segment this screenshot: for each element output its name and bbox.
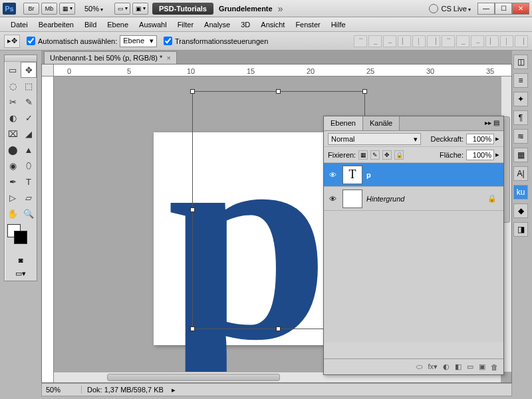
tool-brush[interactable]: ✓ bbox=[21, 110, 37, 126]
bridge-button[interactable]: Br bbox=[23, 3, 39, 15]
lock-transparency[interactable]: ▦ bbox=[358, 150, 368, 160]
zoom-level[interactable]: 50% bbox=[80, 3, 107, 14]
status-zoom[interactable]: 50% bbox=[42, 386, 82, 394]
auto-select-dropdown[interactable]: Ebene bbox=[120, 35, 157, 47]
minimize-button[interactable]: — bbox=[477, 3, 495, 15]
blend-mode-dropdown[interactable]: Normal bbox=[328, 133, 421, 145]
panel-icon-paragraph[interactable]: ¶ bbox=[513, 110, 528, 125]
align-top[interactable]: ⎺ bbox=[354, 35, 367, 47]
transform-controls-checkbox[interactable] bbox=[164, 37, 172, 45]
new-layer-icon[interactable]: ▣ bbox=[479, 362, 485, 371]
menu-filter[interactable]: Filter bbox=[172, 19, 199, 31]
tab-kanaele[interactable]: Kanäle bbox=[363, 116, 400, 130]
tool-marquee[interactable]: ▭ bbox=[5, 62, 21, 78]
panel-icon-swatches[interactable]: ▦ bbox=[513, 148, 528, 162]
ruler-origin[interactable] bbox=[42, 65, 54, 76]
tool-healing[interactable]: ◐ bbox=[5, 110, 21, 126]
tool-hand[interactable]: ✋ bbox=[5, 205, 21, 221]
align-vcenter[interactable]: ⎯ bbox=[368, 35, 382, 47]
workspace-name[interactable]: Grundelemente bbox=[219, 5, 273, 13]
menu-bild[interactable]: Bild bbox=[79, 19, 102, 31]
layer-row[interactable]: 👁 T p bbox=[324, 163, 503, 187]
tool-crop[interactable]: ✂ bbox=[5, 94, 21, 110]
panel-menu-icon[interactable]: ▸▸ ▤ bbox=[481, 116, 503, 130]
background-color[interactable] bbox=[14, 231, 27, 244]
distribute-bottom[interactable]: ⎽ bbox=[471, 35, 484, 47]
maximize-button[interactable]: ☐ bbox=[495, 3, 512, 15]
group-icon[interactable]: ▭ bbox=[467, 362, 473, 371]
tool-blur[interactable]: ◉ bbox=[5, 158, 21, 174]
tool-path-select[interactable]: ▷ bbox=[5, 190, 21, 205]
scrollbar-thumb-h[interactable] bbox=[107, 374, 280, 381]
panel-icon-character[interactable]: A| bbox=[513, 166, 528, 181]
tool-zoom[interactable]: 🔍 bbox=[21, 205, 37, 221]
fill-value[interactable]: 100% bbox=[466, 150, 494, 160]
workspace-pill[interactable]: PSD-Tutorials bbox=[152, 3, 213, 15]
adjustment-layer-icon[interactable]: ◧ bbox=[455, 362, 462, 371]
handle-ne[interactable] bbox=[362, 89, 367, 94]
panel-icon-brushes[interactable]: ≋ bbox=[513, 129, 528, 144]
distribute-hcenter[interactable]: │ bbox=[500, 35, 513, 47]
layer-name[interactable]: p bbox=[366, 171, 371, 179]
tool-move[interactable]: ✥ bbox=[21, 62, 37, 78]
tool-lasso[interactable]: ◌ bbox=[5, 78, 21, 94]
tool-pen[interactable]: ✒ bbox=[5, 174, 21, 190]
cs-live[interactable]: CS Live bbox=[429, 4, 471, 13]
tool-stamp[interactable]: ⌧ bbox=[5, 126, 21, 142]
mini-bridge-button[interactable]: Mb bbox=[41, 3, 57, 15]
opacity-value[interactable]: 100% bbox=[466, 134, 494, 144]
layer-fx-icon[interactable]: fx▾ bbox=[428, 362, 438, 371]
opacity-flyout-icon[interactable]: ▸ bbox=[495, 134, 499, 143]
tool-gradient[interactable]: ▲ bbox=[21, 142, 37, 158]
tab-ebenen[interactable]: Ebenen bbox=[324, 116, 363, 130]
menu-bearbeiten[interactable]: Bearbeiten bbox=[33, 19, 79, 31]
panel-icon-history[interactable]: ◫ bbox=[513, 55, 528, 69]
distribute-right[interactable]: ▕ bbox=[515, 35, 528, 47]
lock-all[interactable]: 🔒 bbox=[394, 150, 404, 160]
link-layers-icon[interactable]: ⬭ bbox=[416, 362, 422, 371]
fill-flyout-icon[interactable]: ▸ bbox=[495, 150, 499, 159]
tool-history-brush[interactable]: ◢ bbox=[21, 126, 37, 142]
menu-ansicht[interactable]: Ansicht bbox=[255, 19, 290, 31]
layer-thumbnail[interactable]: T bbox=[342, 166, 362, 184]
quick-mask-button[interactable]: ◙ bbox=[5, 253, 37, 267]
visibility-toggle[interactable]: 👁 bbox=[327, 171, 338, 179]
workspace-more-icon[interactable]: » bbox=[278, 3, 283, 14]
menu-hilfe[interactable]: Hilfe bbox=[326, 19, 351, 31]
current-tool-indicator[interactable]: ▸✥ bbox=[4, 35, 20, 48]
menu-ebene[interactable]: Ebene bbox=[102, 19, 134, 31]
layer-mask-icon[interactable]: ◐ bbox=[443, 362, 450, 371]
tool-type[interactable]: T bbox=[21, 174, 37, 190]
layer-name[interactable]: Hintergrund bbox=[366, 195, 404, 203]
close-tab-icon[interactable]: × bbox=[166, 54, 170, 62]
ruler-horizontal[interactable]: 0 5 10 15 20 25 30 35 bbox=[54, 65, 511, 76]
arrange-button[interactable]: ▭ bbox=[114, 3, 130, 15]
lock-pixels[interactable]: ✎ bbox=[370, 150, 380, 160]
align-right[interactable]: ▕ bbox=[427, 35, 440, 47]
distribute-left[interactable]: ▏ bbox=[485, 35, 499, 47]
toolbox-grip[interactable] bbox=[5, 55, 37, 62]
panel-icon-styles[interactable]: ◆ bbox=[513, 203, 528, 218]
layer-thumbnail[interactable] bbox=[342, 190, 362, 208]
screen-mode-toggle[interactable]: ▭▾ bbox=[5, 267, 37, 281]
layer-row[interactable]: 👁 Hintergrund 🔒 bbox=[324, 187, 503, 211]
panel-icon-actions[interactable]: ≡ bbox=[513, 73, 528, 88]
tool-shape[interactable]: ▱ bbox=[21, 190, 37, 205]
align-hcenter[interactable]: │ bbox=[412, 35, 426, 47]
document-tab[interactable]: Unbenannt-1 bei 50% (p, RGB/8) * × bbox=[44, 51, 177, 64]
distribute-top[interactable]: ⎺ bbox=[442, 35, 455, 47]
status-arrow-icon[interactable]: ▸ bbox=[172, 386, 176, 394]
tool-quick-select[interactable]: ⬚ bbox=[21, 78, 37, 94]
panel-icon-color[interactable]: ◨ bbox=[513, 222, 528, 237]
panel-icon-navigator[interactable]: ✦ bbox=[513, 92, 528, 106]
auto-select-checkbox[interactable] bbox=[27, 37, 35, 45]
visibility-toggle[interactable]: 👁 bbox=[327, 195, 338, 203]
align-left[interactable]: ▏ bbox=[398, 35, 411, 47]
color-swatches[interactable] bbox=[5, 221, 37, 253]
menu-fenster[interactable]: Fenster bbox=[290, 19, 325, 31]
lock-position[interactable]: ✥ bbox=[382, 150, 392, 160]
close-button[interactable]: ✕ bbox=[512, 3, 529, 15]
tool-dodge[interactable]: ⬯ bbox=[21, 158, 37, 174]
distribute-vcenter[interactable]: ⎯ bbox=[456, 35, 469, 47]
ruler-vertical[interactable] bbox=[42, 76, 54, 382]
